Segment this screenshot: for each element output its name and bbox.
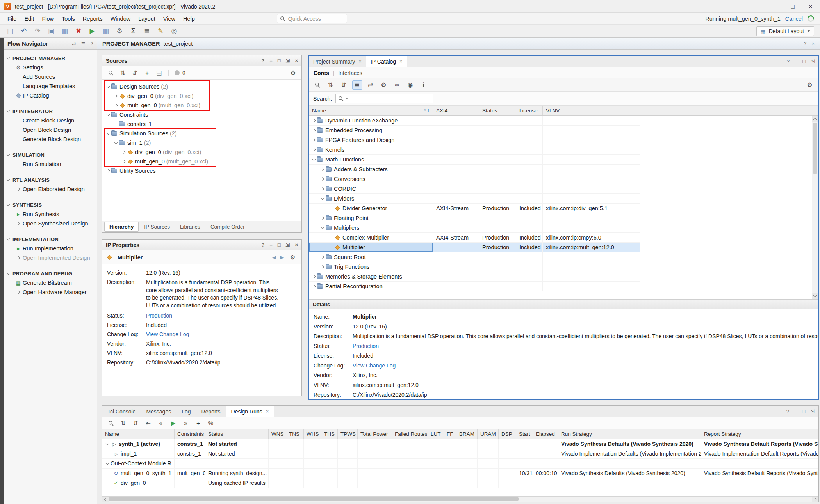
tree-expander[interactable] [310, 139, 317, 141]
restore-layout-icon[interactable]: ⇄ [365, 80, 375, 90]
column-header-dsp[interactable]: DSP [499, 429, 516, 439]
detail-value[interactable]: View Change Log [353, 362, 396, 369]
help-icon[interactable]: ? [787, 59, 790, 64]
source-tree-item-div-gen-0[interactable]: div_gen_0 (div_gen_0.xci) [102, 91, 301, 101]
flownav-item-open-implemented-design[interactable]: Open Implemented Design [4, 253, 97, 263]
run-row-out-of-context-module-runs[interactable]: Out-of-Context Module Runs [102, 459, 818, 469]
add-sources-icon[interactable]: + [142, 68, 152, 78]
collapse-icon[interactable]: – [795, 59, 797, 64]
menu-layout[interactable]: Layout [134, 14, 159, 23]
sources-tab-ip-sources[interactable]: IP Sources [139, 222, 175, 231]
menu-flow[interactable]: Flow [38, 14, 58, 23]
flownav-item-generate-block-design[interactable]: Generate Block Design [4, 135, 97, 144]
column-header-total-power[interactable]: Total Power [358, 429, 392, 439]
layout-grid-icon[interactable]: ≣ [141, 26, 153, 36]
catalog-row-floating-point[interactable]: Floating Point [309, 213, 640, 223]
undo-icon[interactable]: ↶ [18, 26, 30, 36]
tree-expander[interactable] [319, 227, 326, 229]
catalog-row-kernels[interactable]: Kernels [309, 145, 640, 155]
subtab-cores[interactable]: Cores [314, 70, 329, 76]
menu-help[interactable]: Help [179, 14, 199, 23]
help-icon[interactable]: ? [261, 242, 264, 247]
property-value[interactable]: Production [146, 312, 172, 319]
tree-expander[interactable] [310, 119, 317, 122]
redo-icon[interactable]: ↷ [32, 26, 43, 36]
flownav-section-header-program-and-debug[interactable]: PROGRAM AND DEBUG [4, 269, 97, 278]
float-icon[interactable]: □ [802, 409, 805, 414]
flownav-item-open-elaborated-design[interactable]: Open Elaborated Design [4, 185, 97, 194]
catalog-search-input[interactable] [335, 94, 433, 103]
expand-all-icon[interactable]: ⇵ [131, 419, 141, 428]
column-header-axi4[interactable]: AXI4 [433, 106, 479, 115]
close-icon[interactable]: × [295, 242, 298, 247]
column-header-run-strategy[interactable]: Run Strategy [558, 429, 701, 439]
flownav-section-header-synthesis[interactable]: SYNTHESIS [4, 200, 97, 209]
catalog-row-trig-functions[interactable]: Trig Functions [309, 262, 640, 272]
run-row-impl-1[interactable]: ▷impl_1constrs_1Not startedVivado Implem… [102, 449, 818, 459]
bottom-tab-design-runs[interactable]: Design Runs× [226, 406, 275, 417]
tree-expander[interactable] [310, 149, 317, 151]
ip-settings-icon[interactable]: ⚙ [379, 80, 389, 90]
catalog-row-dynamic-function-exchange[interactable]: Dynamic Function eXchange [309, 116, 640, 126]
maximize-icon[interactable]: ⇲ [810, 409, 815, 414]
sum-icon[interactable]: Σ [127, 26, 139, 36]
source-tree-item-simulation-sources[interactable]: Simulation Sources (2) [102, 129, 301, 138]
scroll-down-arrow[interactable] [812, 293, 818, 299]
flownav-item-language-templates[interactable]: Language Templates [4, 82, 97, 91]
property-value[interactable]: View Change Log [146, 331, 189, 337]
help-icon[interactable]: ? [91, 41, 93, 46]
float-icon[interactable]: □ [278, 242, 281, 247]
collapse-icon[interactable]: – [269, 242, 272, 247]
bottom-tab-tcl-console[interactable]: Tcl Console [102, 406, 141, 417]
cancel-run-icon[interactable]: ✖ [73, 26, 84, 36]
flownav-item-run-synthesis[interactable]: ▶Run Synthesis [4, 209, 97, 219]
run-row-synth-1-active[interactable]: ▷synth_1 (active)constrs_1Not startedViv… [102, 439, 818, 449]
close-button[interactable]: × [802, 0, 820, 12]
catalog-row-complex-multiplier[interactable]: Complex MultiplierAXI4-StreamProductionI… [309, 233, 640, 243]
menu-reports[interactable]: Reports [79, 14, 107, 23]
column-header-constraints[interactable]: Constraints [175, 429, 205, 439]
flownav-item-open-block-design[interactable]: Open Block Design [4, 125, 97, 135]
catalog-row-math-functions[interactable]: Math Functions [309, 155, 640, 165]
search-icon[interactable] [106, 68, 116, 78]
help-icon[interactable]: ? [261, 58, 264, 63]
tree-expander[interactable] [112, 104, 119, 106]
sources-tab-compile-order[interactable]: Compile Order [206, 222, 250, 231]
tree-expander[interactable] [105, 86, 111, 87]
close-icon[interactable]: × [266, 408, 269, 414]
tree-expander[interactable] [120, 151, 127, 153]
scrollbar-thumb[interactable] [813, 123, 817, 174]
search-icon[interactable] [106, 419, 116, 428]
flownav-section-header-implementation[interactable]: IMPLEMENTATION [4, 234, 97, 244]
float-icon[interactable]: □ [802, 59, 806, 64]
collapse-all-icon[interactable]: ⇅ [118, 68, 128, 78]
column-header-name[interactable]: Name^ 1 [309, 106, 433, 115]
journal-icon[interactable]: ▣ [45, 26, 57, 36]
menu-edit[interactable]: Edit [20, 14, 38, 23]
flownav-item-add-sources[interactable]: Add Sources [4, 72, 97, 82]
column-header-tns[interactable]: TNS [286, 429, 304, 439]
tree-expander[interactable] [319, 188, 326, 190]
subtab-interfaces[interactable]: Interfaces [338, 70, 362, 76]
source-tree-item-constraints[interactable]: Constraints [102, 110, 301, 119]
flownav-item-open-synthesized-design[interactable]: Open Synthesized Design [4, 219, 97, 228]
source-tree-item-utility-sources[interactable]: Utility Sources [102, 166, 301, 176]
scroll-right-arrow[interactable] [812, 497, 818, 502]
panel-toggle-icon[interactable]: ⇄ [72, 41, 76, 46]
help-icon[interactable]: ? [786, 409, 789, 414]
column-header-ff[interactable]: FF [444, 429, 456, 439]
tree-expander[interactable] [112, 95, 119, 97]
forward-icon[interactable]: ▶ [280, 254, 284, 260]
tree-expander[interactable] [105, 114, 111, 115]
catalog-row-divider-generator[interactable]: Divider GeneratorAXI4-StreamProductionIn… [309, 204, 640, 213]
tree-expander[interactable] [319, 198, 326, 199]
run-row-mult-gen-0-synth-1[interactable]: ↻mult_gen_0_synth_1mult_gen_0Running syn… [102, 469, 818, 478]
flownav-item-create-block-design[interactable]: Create Block Design [4, 116, 97, 125]
quick-access-search[interactable]: Quick Access [277, 14, 347, 23]
tree-expander[interactable] [104, 463, 111, 464]
tab-ip-catalog[interactable]: IP Catalog× [366, 56, 407, 67]
tree-expander[interactable] [112, 142, 119, 144]
collapse-all-icon[interactable]: ⇅ [118, 419, 128, 428]
flownav-item-generate-bitstream[interactable]: ▦Generate Bitstream [4, 278, 97, 287]
collapse-all-icon[interactable]: ⇅ [326, 80, 335, 90]
